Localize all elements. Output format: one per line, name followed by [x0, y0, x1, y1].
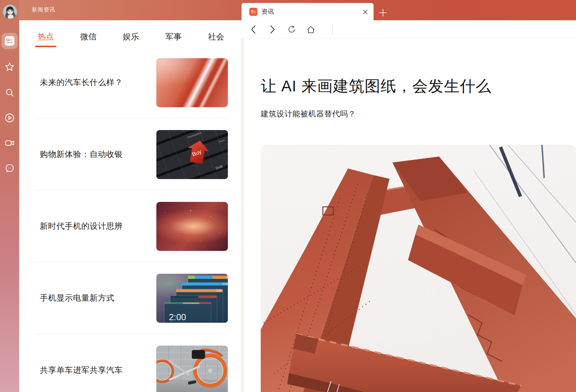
news-thumbnail-galaxy — [156, 202, 228, 251]
browser-tab-news[interactable]: 资讯 — [242, 3, 374, 20]
toolbar-divider — [332, 23, 333, 36]
news-row[interactable]: 未来的汽车长什么样？ — [34, 47, 228, 119]
news-title: 共享单车进军共享汽车 — [34, 365, 156, 376]
news-row[interactable]: 购物新体验：自动收银 Backspace Insert Shift Buy — [34, 119, 228, 190]
news-row[interactable]: 手机显示电量新方式 01:18 2:19 2:19 2:00 FRI, 30 M… — [34, 262, 228, 334]
news-thumbnail-phone-battery: 01:18 2:19 2:19 2:00 FRI, 30 MAY — [156, 274, 228, 323]
news-title: 新时代手机的设计思辨 — [34, 221, 156, 232]
tab-favicon — [249, 8, 257, 16]
avatar[interactable] — [3, 5, 17, 19]
forward-icon — [268, 25, 277, 34]
buy-key-label: Buy — [191, 148, 202, 157]
penguin-avatar-image — [3, 5, 17, 19]
sidebar-item-messages[interactable] — [1, 160, 18, 176]
lockscreen-date: FRI, 30 MAY — [170, 322, 182, 323]
bike-seat-bag — [192, 350, 205, 359]
sidebar-item-camera[interactable] — [1, 135, 18, 151]
back-icon — [249, 25, 257, 34]
news-icon — [5, 36, 14, 46]
news-thumbnail-shared-bike — [156, 346, 228, 392]
refresh-icon — [287, 24, 296, 35]
home-icon — [306, 24, 315, 35]
browser-pane: 资讯 — [242, 0, 576, 392]
news-list: 未来的汽车长什么样？ 购物新体验：自动收银 Backspace Insert S… — [19, 47, 242, 392]
close-tab-icon[interactable] — [361, 8, 369, 16]
news-title: 手机显示电量新方式 — [34, 293, 156, 304]
refresh-button[interactable] — [287, 25, 296, 34]
tab-society[interactable]: 社会 — [208, 31, 224, 42]
search-icon — [5, 88, 15, 98]
browser-toolbar — [242, 20, 576, 39]
new-tab-plus-icon[interactable] — [378, 8, 387, 17]
tab-title: 资讯 — [261, 7, 274, 16]
golden-gate-bridge-illustration — [261, 145, 576, 392]
article-title: 让 AI 来画建筑图纸，会发生什么 — [261, 76, 576, 97]
news-row[interactable]: 共享单车进军共享汽车 — [34, 334, 228, 392]
panel-title: 新闻资讯 — [32, 6, 55, 13]
sidebar-item-videos[interactable] — [1, 110, 18, 126]
news-app-window: 新闻资讯 热点 微信 娱乐 军事 社会 未来的汽车长什么样？ 购物新体验：自动收… — [0, 0, 576, 392]
tab-hotspot[interactable]: 热点 — [38, 31, 54, 42]
star-icon — [4, 62, 15, 72]
starfield — [156, 202, 228, 251]
news-icon — [250, 9, 256, 15]
news-thumbnail-keyboard-buy: Backspace Insert Shift Buy — [156, 130, 228, 179]
news-list-panel: 热点 微信 娱乐 军事 社会 未来的汽车长什么样？ 购物新体验：自动收银 Bac… — [19, 20, 242, 392]
pane-separator — [242, 20, 244, 392]
phone-screen: 2:00 FRI, 30 MAY — [164, 302, 211, 323]
forward-button[interactable] — [268, 25, 277, 34]
tab-wechat[interactable]: 微信 — [80, 31, 97, 42]
back-button[interactable] — [249, 25, 258, 34]
article-view: 让 AI 来画建筑图纸，会发生什么 建筑设计能被机器替代吗？ — [242, 39, 576, 392]
article-subtitle: 建筑设计能被机器替代吗？ — [261, 109, 576, 119]
play-icon — [4, 113, 15, 123]
home-button[interactable] — [306, 25, 315, 34]
sidebar-rail — [0, 0, 19, 392]
sidebar-item-news-feed[interactable] — [1, 33, 18, 49]
lockscreen-time: 2:00 — [169, 312, 186, 322]
news-title: 未来的汽车长什么样？ — [34, 77, 156, 88]
news-row[interactable]: 新时代手机的设计思辨 — [34, 190, 228, 262]
chat-icon — [5, 163, 15, 173]
sidebar-item-search[interactable] — [1, 84, 18, 101]
video-camera-icon — [4, 138, 15, 148]
category-tabs: 热点 微信 娱乐 军事 社会 — [19, 20, 242, 47]
tab-military[interactable]: 军事 — [166, 31, 182, 42]
article-hero-image — [261, 145, 576, 392]
sidebar-item-favorites[interactable] — [1, 59, 18, 75]
news-title: 购物新体验：自动收银 — [34, 149, 156, 160]
tab-entertainment[interactable]: 娱乐 — [123, 31, 139, 42]
bike-hub — [208, 368, 212, 373]
news-thumbnail-car-taillight — [156, 58, 228, 107]
